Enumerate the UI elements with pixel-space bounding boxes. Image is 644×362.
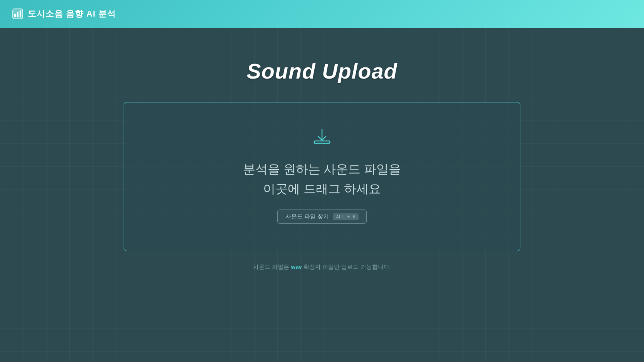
shortcut-badge: ALT + B bbox=[333, 213, 359, 220]
app-title: 도시소음 음향 AI 분석 bbox=[28, 8, 116, 20]
find-file-label: 사운드 파일 찾기 bbox=[285, 213, 329, 220]
svg-rect-3 bbox=[20, 10, 21, 17]
page-title: Sound Upload bbox=[247, 59, 397, 84]
svg-rect-4 bbox=[314, 141, 330, 143]
info-text: 사운드 파일은 wav 확장자 파일만 업로드 가능합니다. bbox=[253, 263, 391, 271]
svg-line-7 bbox=[322, 136, 326, 140]
main-content: Sound Upload 분석을 원하는 사운드 파일을 bbox=[0, 28, 644, 362]
upload-icon bbox=[311, 126, 333, 149]
svg-line-6 bbox=[318, 136, 322, 140]
header: 도시소음 음향 AI 분석 bbox=[0, 0, 644, 28]
svg-rect-2 bbox=[17, 12, 18, 17]
svg-rect-1 bbox=[14, 14, 16, 17]
app-logo-icon bbox=[12, 8, 23, 19]
find-file-button[interactable]: 사운드 파일 찾기 ALT + B bbox=[277, 209, 367, 224]
drag-instruction-text: 분석을 원하는 사운드 파일을 이곳에 드래그 하세요 bbox=[243, 159, 401, 199]
dropzone[interactable]: 분석을 원하는 사운드 파일을 이곳에 드래그 하세요 사운드 파일 찾기 AL… bbox=[124, 102, 520, 251]
dropzone-container: 분석을 원하는 사운드 파일을 이곳에 드래그 하세요 사운드 파일 찾기 AL… bbox=[124, 102, 520, 251]
